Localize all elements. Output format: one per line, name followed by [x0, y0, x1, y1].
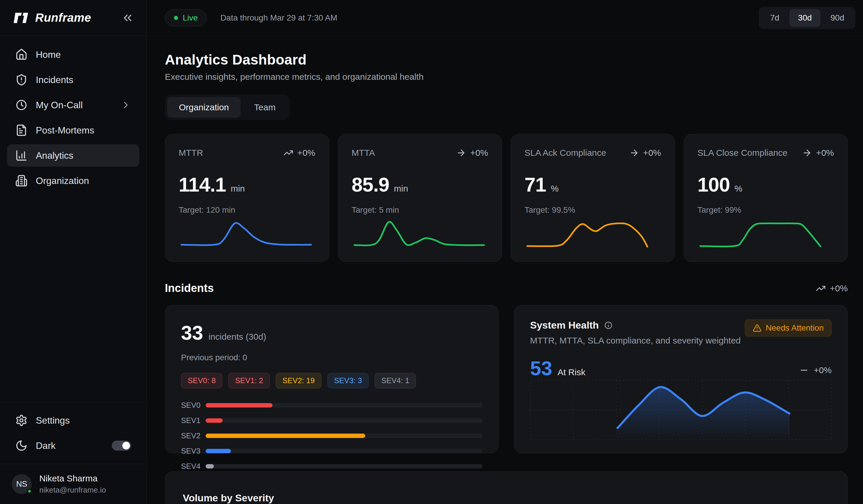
incidents-section-title: Incidents [165, 282, 214, 294]
sidebar-item-my-on-call[interactable]: My On-Call [7, 94, 139, 116]
time-range-switcher: 7d 30d 90d [759, 7, 855, 29]
system-health-delta: +0% [799, 365, 831, 375]
sidebar-item-settings[interactable]: Settings [7, 409, 139, 431]
trending-up-icon [816, 284, 826, 293]
sidebar-item-incidents[interactable]: Incidents [7, 68, 139, 91]
metric-unit: % [551, 184, 559, 193]
incidents-count: 33 [181, 321, 203, 344]
sidebar: Runframe Home Incidents My On-Call [0, 0, 147, 504]
severity-bar-row: SEV4 [181, 462, 483, 471]
sidebar-item-label: Post-Mortems [36, 125, 94, 136]
metric-label: MTTA [352, 148, 375, 158]
user-profile[interactable]: NS Niketa Sharma niketa@runframe.io [0, 464, 146, 504]
metric-unit: % [735, 184, 742, 193]
system-health-chart [530, 380, 831, 440]
minus-icon [799, 365, 809, 375]
mttr-sparkline [179, 216, 315, 249]
sidebar-item-label: My On-Call [36, 100, 83, 111]
system-health-description: MTTR, MTTA, SLA compliance, and severity… [530, 336, 741, 345]
metric-card-mtta: MTTA +0% 85.9 min Target: 5 min [338, 134, 502, 262]
sev-bar-fill [205, 403, 273, 407]
range-button-90d[interactable]: 90d [822, 9, 853, 27]
range-button-30d[interactable]: 30d [789, 9, 821, 27]
sidebar-item-home[interactable]: Home [7, 43, 139, 66]
theme-row: Dark [7, 434, 139, 457]
sev-bar-fill [205, 418, 223, 423]
sev-bar-track [205, 418, 483, 423]
metric-value: 71 [525, 173, 546, 196]
sev0-badge: SEV0: 8 [181, 373, 222, 388]
sev-bar-fill [205, 433, 365, 438]
metric-delta: +0% [283, 148, 315, 158]
sidebar-item-post-mortems[interactable]: Post-Mortems [7, 119, 139, 141]
incidents-section-delta: +0% [816, 284, 848, 293]
data-through-text: Data through Mar 29 at 7:30 AM [220, 13, 337, 23]
tab-organization[interactable]: Organization [167, 97, 240, 118]
moon-icon [15, 440, 28, 452]
topbar: Live Data through Mar 29 at 7:30 AM 7d 3… [147, 0, 863, 36]
incidents-grid: 33 incidents (30d) Previous period: 0 SE… [165, 305, 848, 453]
at-risk-value: 53 [530, 357, 552, 380]
sev-bar-track [205, 433, 483, 438]
building-icon [15, 175, 28, 187]
incidents-summary-card: 33 incidents (30d) Previous period: 0 SE… [165, 305, 499, 453]
collapse-sidebar-button[interactable] [121, 11, 134, 24]
bar-chart-icon [15, 149, 28, 162]
live-label: Live [183, 13, 198, 23]
trending-up-icon [283, 148, 293, 158]
system-health-card: System Health MTTR, MTTA, SLA compliance… [514, 305, 848, 453]
main: Live Data through Mar 29 at 7:30 AM 7d 3… [147, 0, 863, 504]
metric-card-sla-close: SLA Close Compliance +0% 100 % Target: 9… [684, 134, 848, 262]
sidebar-item-analytics[interactable]: Analytics [7, 144, 139, 167]
sla-close-sparkline [698, 216, 834, 249]
metric-value: 114.1 [179, 173, 226, 196]
severity-bar-row: SEV3 [181, 446, 483, 456]
avatar-initials: NS [16, 480, 27, 489]
sev-row-label: SEV2 [181, 431, 205, 440]
sev-bar-track [205, 449, 483, 453]
range-button-7d[interactable]: 7d [761, 9, 788, 27]
sidebar-spacer [0, 192, 146, 402]
home-icon [15, 48, 28, 61]
sidebar-item-label: Analytics [36, 150, 73, 161]
app-title: Runframe [35, 11, 91, 24]
volume-by-severity-title: Volume by Severity [183, 492, 830, 504]
metric-target: Target: 99% [698, 205, 834, 215]
clock-icon [15, 99, 28, 111]
sev-bar-track [205, 403, 483, 407]
arrow-right-icon [456, 148, 466, 158]
logo: Runframe [12, 11, 91, 25]
metric-label: MTTR [179, 148, 203, 158]
metric-value: 100 [698, 173, 730, 196]
page-title: Analytics Dashboard [165, 52, 848, 68]
at-risk-caption: At Risk [558, 367, 586, 377]
sidebar-item-label: Incidents [36, 75, 73, 85]
page-subtitle: Executive insights, performance metrics,… [165, 72, 848, 82]
theme-label: Dark [36, 440, 56, 451]
metric-cards: MTTR +0% 114.1 min Target: 120 min [165, 134, 848, 262]
metric-card-mttr: MTTR +0% 114.1 min Target: 120 min [165, 134, 329, 262]
sev1-badge: SEV1: 2 [228, 373, 270, 388]
sidebar-item-organization[interactable]: Organization [7, 169, 139, 192]
severity-bars: SEV0 SEV1 SEV2 SEV3 [181, 401, 483, 471]
severity-badges: SEV0: 8 SEV1: 2 SEV2: 19 SEV3: 3 SEV4: 1 [181, 373, 483, 388]
needs-attention-badge: Needs Attention [745, 319, 831, 337]
dark-mode-toggle[interactable] [112, 441, 131, 451]
user-info: Niketa Sharma niketa@runframe.io [39, 474, 106, 495]
info-icon [604, 321, 613, 330]
chevron-right-icon [121, 100, 131, 110]
system-health-title: System Health [530, 319, 599, 331]
sev-bar-track [205, 464, 483, 468]
sev-row-label: SEV3 [181, 446, 205, 456]
metric-label: SLA Close Compliance [698, 148, 788, 158]
chevrons-left-icon [121, 11, 134, 24]
metric-unit: min [394, 184, 408, 193]
metric-delta: +0% [629, 148, 661, 158]
tab-team[interactable]: Team [242, 97, 287, 118]
sev-row-label: SEV0 [181, 401, 205, 410]
metric-value: 85.9 [352, 173, 389, 196]
user-name: Niketa Sharma [39, 474, 106, 483]
toggle-knob [122, 442, 130, 450]
file-text-icon [15, 124, 28, 136]
metric-delta: +0% [456, 148, 488, 158]
